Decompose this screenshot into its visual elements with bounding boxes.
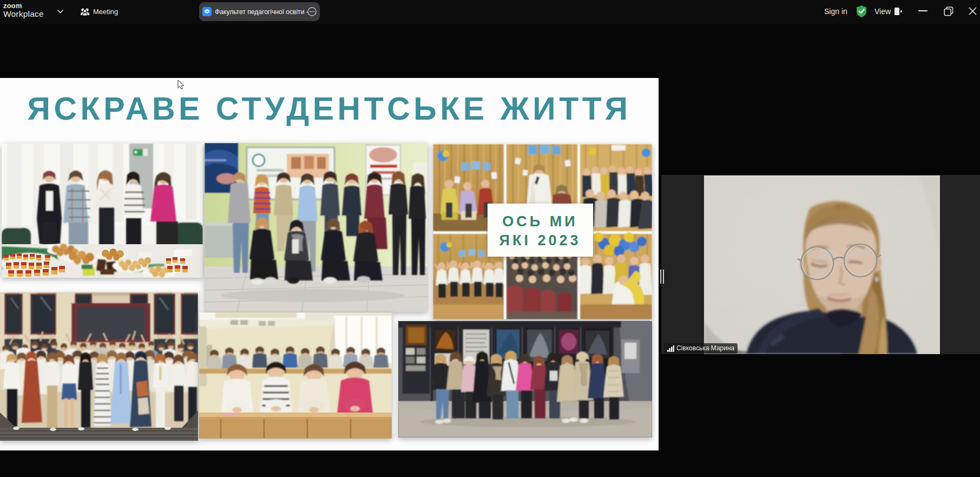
svg-text:ЯКІ 2023: ЯКІ 2023	[499, 232, 581, 249]
svg-text:ОСЬ МИ: ОСЬ МИ	[502, 213, 577, 230]
